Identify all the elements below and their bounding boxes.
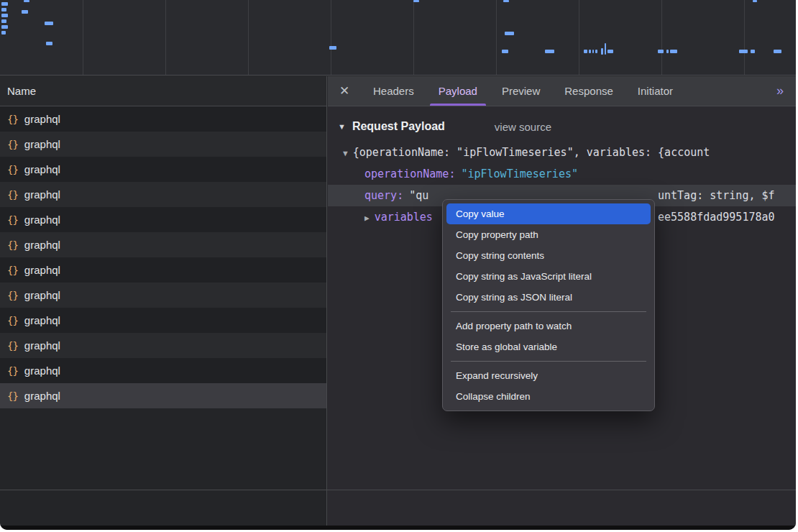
menu-item-store-as-global-variable[interactable]: Store as global variable: [446, 336, 651, 357]
json-braces-icon: {}: [7, 139, 18, 150]
timeline-gridline: [83, 0, 83, 75]
section-expand-triangle-icon[interactable]: ▼: [338, 122, 346, 131]
timeline-activity-bar: [503, 0, 509, 2]
request-row[interactable]: {}graphql: [0, 358, 326, 383]
timeline-activity-bar: [1, 2, 8, 6]
timeline-activity-bar: [592, 50, 594, 53]
timeline-activity-bar: [545, 50, 554, 53]
menu-item-copy-property-path[interactable]: Copy property path: [446, 224, 651, 245]
property-value-right: ee5588fdad995178a0: [658, 206, 775, 228]
timeline-activity-bar: [753, 0, 757, 2]
menu-item-collapse-children[interactable]: Collapse children: [446, 386, 651, 407]
expand-triangle-icon[interactable]: ▶: [364, 208, 370, 228]
request-row[interactable]: {}graphql: [0, 132, 326, 157]
timeline-activity-bar: [22, 10, 28, 14]
timeline-gridline: [744, 0, 745, 75]
timeline-activity-bar: [413, 0, 419, 2]
collapse-triangle-icon[interactable]: ▼: [343, 143, 348, 163]
request-name-label: graphql: [24, 113, 60, 125]
network-overview-timeline[interactable]: [0, 0, 796, 75]
timeline-gridline: [331, 0, 331, 75]
request-row[interactable]: {}graphql: [0, 383, 326, 408]
timeline-activity-bar: [666, 50, 669, 53]
property-key: query:: [364, 189, 403, 202]
tab-response[interactable]: Response: [552, 76, 625, 106]
property-value-right: untTag: string, $f: [658, 185, 775, 206]
menu-item-copy-value[interactable]: Copy value: [446, 203, 651, 224]
name-column-header[interactable]: Name: [0, 76, 326, 106]
menu-separator: [451, 311, 646, 312]
timeline-activity-bar: [502, 50, 508, 53]
request-name-label: graphql: [24, 214, 60, 226]
tab-initiator[interactable]: Initiator: [625, 76, 685, 106]
close-icon: ✕: [339, 83, 349, 98]
tab-preview[interactable]: Preview: [490, 76, 552, 106]
timeline-activity-bar: [739, 50, 748, 53]
request-row[interactable]: {}graphql: [0, 182, 326, 207]
json-braces-icon: {}: [7, 239, 18, 251]
timeline-activity-bar: [601, 48, 603, 55]
chevron-double-right-icon: »: [776, 83, 784, 98]
json-braces-icon: {}: [7, 315, 18, 326]
timeline-activity-bar: [24, 0, 29, 2]
request-list-panel: Name {}graphql{}graphql{}graphql{}graphq…: [0, 76, 327, 526]
request-row[interactable]: {}graphql: [0, 333, 326, 358]
request-name-label: graphql: [24, 390, 60, 402]
tab-headers[interactable]: Headers: [361, 76, 426, 106]
request-name-label: graphql: [24, 339, 60, 352]
timeline-activity-bar: [605, 43, 606, 55]
timeline-gridline: [579, 0, 579, 75]
request-name-label: graphql: [24, 239, 60, 251]
request-row[interactable]: {}graphql: [0, 283, 326, 308]
menu-item-copy-string-as-javascript-literal[interactable]: Copy string as JavaScript literal: [446, 266, 651, 287]
timeline-gridline: [165, 0, 166, 75]
request-name-label: graphql: [24, 138, 60, 150]
timeline-activity-bar: [658, 50, 664, 53]
timeline-activity-bar: [1, 14, 8, 17]
root-object-preview: {operationName: "ipFlowTimeseries", vari…: [353, 146, 710, 159]
timeline-activity-bar: [670, 50, 677, 53]
request-row[interactable]: {}graphql: [0, 106, 326, 132]
timeline-activity-bar: [1, 25, 8, 29]
menu-item-add-property-path-to-watch[interactable]: Add property path to watch: [446, 316, 651, 336]
timeline-activity-bar: [45, 22, 53, 25]
request-name-label: graphql: [24, 314, 60, 326]
payload-root-row[interactable]: ▼{operationName: "ipFlowTimeseries", var…: [328, 142, 796, 163]
request-name-label: graphql: [24, 163, 60, 175]
timeline-activity-bar: [1, 8, 6, 12]
tab-payload[interactable]: Payload: [426, 76, 490, 106]
request-row[interactable]: {}graphql: [0, 207, 326, 232]
section-title: Request Payload: [352, 120, 445, 133]
json-braces-icon: {}: [7, 189, 18, 201]
timeline-activity-bar: [1, 19, 6, 23]
timeline-activity-bar: [329, 46, 336, 50]
timeline-activity-bar: [505, 32, 514, 35]
menu-separator: [451, 361, 646, 362]
request-name-label: graphql: [24, 188, 60, 201]
json-braces-icon: {}: [7, 164, 18, 175]
timeline-gridline: [248, 0, 249, 75]
menu-item-copy-string-as-json-literal[interactable]: Copy string as JSON literal: [446, 287, 651, 308]
json-braces-icon: {}: [7, 390, 18, 402]
json-braces-icon: {}: [7, 290, 18, 301]
menu-item-expand-recursively[interactable]: Expand recursively: [446, 365, 651, 386]
menu-item-copy-string-contents[interactable]: Copy string contents: [446, 245, 651, 266]
timeline-activity-bar: [46, 42, 52, 45]
request-row[interactable]: {}graphql: [0, 157, 326, 182]
devtools-window: Name {}graphql{}graphql{}graphql{}graphq…: [0, 0, 796, 530]
timeline-activity-bar: [607, 50, 613, 53]
timeline-activity-bar: [1, 31, 6, 35]
footer-divider: [0, 490, 796, 490]
view-source-link[interactable]: view source: [495, 121, 551, 133]
request-row[interactable]: {}graphql: [0, 257, 326, 283]
timeline-activity-bar: [774, 50, 781, 53]
context-menu: Copy valueCopy property pathCopy string …: [442, 199, 655, 411]
close-details-button[interactable]: ✕: [328, 76, 361, 106]
more-tabs-button[interactable]: »: [765, 76, 796, 106]
request-row[interactable]: {}graphql: [0, 308, 326, 333]
json-braces-icon: {}: [7, 340, 18, 352]
request-row[interactable]: {}graphql: [0, 232, 326, 257]
payload-row-operation-name[interactable]: operationName:"ipFlowTimeseries": [328, 163, 796, 185]
request-name-label: graphql: [24, 289, 60, 301]
property-key: variables: [375, 211, 433, 224]
